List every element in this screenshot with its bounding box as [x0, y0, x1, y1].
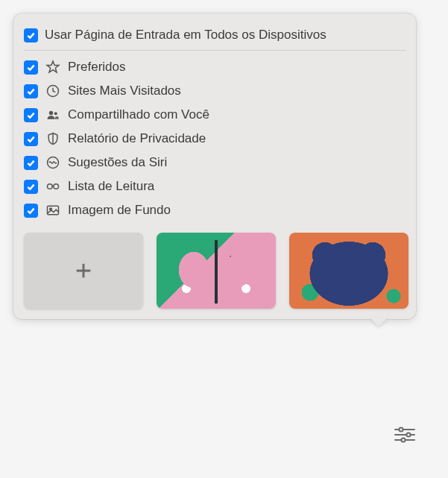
- option-reading-list-label: Lista de Leitura: [68, 179, 154, 194]
- star-icon: [45, 59, 61, 75]
- people-icon: [45, 107, 61, 123]
- option-reading-list-checkbox[interactable]: [24, 180, 38, 194]
- settings-toggle-button[interactable]: [388, 418, 421, 451]
- option-siri-row[interactable]: Sugestões da Siri: [24, 151, 406, 174]
- clock-icon: [45, 83, 61, 99]
- use-start-page-row[interactable]: Usar Página de Entrada em Todos os Dispo…: [24, 24, 406, 51]
- background-thumb-bear[interactable]: [289, 233, 408, 309]
- shield-icon: [45, 130, 61, 147]
- option-siri-label: Sugestões da Siri: [68, 155, 167, 170]
- option-privacy-row[interactable]: Relatório de Privacidade: [24, 127, 406, 151]
- svg-point-5: [48, 184, 53, 189]
- option-background-label: Imagem de Fundo: [68, 203, 171, 218]
- option-privacy-label: Relatório de Privacidade: [68, 131, 206, 146]
- use-start-page-checkbox[interactable]: [24, 28, 38, 43]
- start-page-settings-popover: Usar Página de Entrada em Todos os Dispo…: [13, 13, 416, 319]
- add-background-button[interactable]: [24, 233, 143, 309]
- picture-icon: [45, 202, 61, 218]
- svg-point-12: [399, 427, 403, 431]
- option-favorites-label: Preferidos: [68, 60, 125, 75]
- background-thumbnails: [24, 233, 406, 309]
- svg-point-8: [50, 208, 52, 210]
- option-favorites-row[interactable]: Preferidos: [24, 55, 406, 79]
- option-shared-row[interactable]: Compartilhado com Você: [24, 103, 406, 127]
- option-background-checkbox[interactable]: [24, 204, 38, 218]
- glasses-icon: [45, 178, 61, 195]
- use-start-page-label: Usar Página de Entrada em Todos os Dispo…: [45, 28, 326, 43]
- option-shared-label: Compartilhado com Você: [68, 107, 209, 122]
- option-frequently-visited-checkbox[interactable]: [24, 84, 38, 98]
- background-thumb-butterfly[interactable]: [157, 233, 276, 309]
- svg-point-2: [49, 111, 53, 115]
- svg-marker-0: [47, 61, 59, 72]
- option-frequently-visited-row[interactable]: Sites Mais Visitados: [24, 79, 406, 103]
- siri-icon: [45, 154, 61, 171]
- option-shared-checkbox[interactable]: [24, 108, 38, 122]
- option-reading-list-row[interactable]: Lista de Leitura: [24, 174, 406, 198]
- svg-point-3: [54, 112, 57, 115]
- option-siri-checkbox[interactable]: [24, 156, 38, 170]
- option-privacy-checkbox[interactable]: [24, 132, 38, 146]
- option-background-row[interactable]: Imagem de Fundo: [24, 198, 406, 222]
- svg-point-14: [406, 433, 410, 436]
- option-favorites-checkbox[interactable]: [24, 60, 38, 75]
- svg-point-6: [54, 184, 59, 189]
- option-frequently-visited-label: Sites Mais Visitados: [68, 84, 181, 98]
- svg-point-16: [401, 438, 405, 441]
